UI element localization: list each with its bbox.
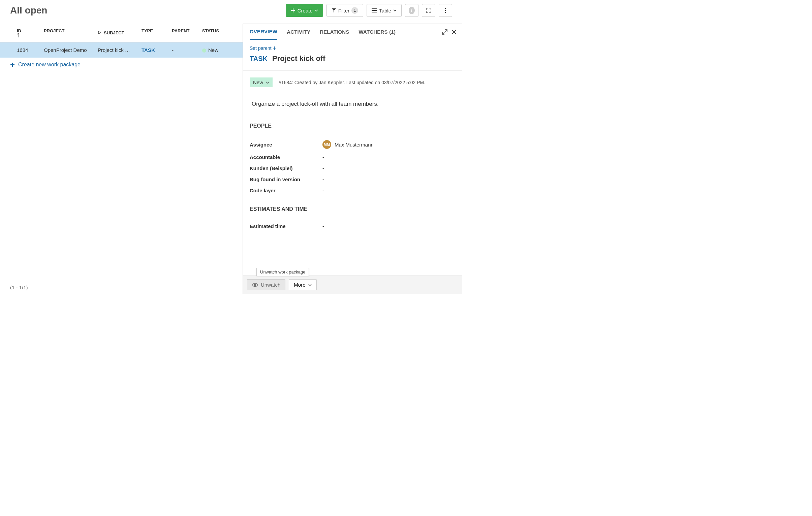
view-mode-button[interactable]: Table [367, 4, 402, 17]
pagination: (1 - 1/1) [10, 284, 28, 290]
detail-footer: Unwatch work package Unwatch More [243, 275, 462, 294]
plus-icon [10, 62, 15, 67]
create-label: Create [297, 8, 313, 13]
unwatch-button[interactable]: Unwatch [247, 279, 285, 290]
list-icon [372, 8, 377, 12]
section-people-title: PEOPLE [250, 123, 456, 132]
caret-down-icon [315, 9, 318, 11]
tab-watchers[interactable]: WATCHERS (1) [358, 24, 396, 39]
cell-type: TASK [142, 47, 172, 53]
filter-icon [331, 8, 336, 13]
caret-down-icon [393, 9, 397, 11]
work-package-table: ID PROJECT SUBJECT TYPE PARENT STATUS 16… [0, 24, 242, 294]
hierarchy-icon [98, 31, 102, 35]
svg-point-3 [254, 284, 256, 285]
tab-activity[interactable]: ACTIVITY [287, 24, 310, 39]
work-package-meta: #1684: Created by Jan Keppler. Last upda… [279, 80, 425, 85]
field-accountable-label: Accountable [250, 154, 322, 160]
field-bug-version-label: Bug found in version [250, 177, 322, 182]
set-parent-label: Set parent [250, 45, 271, 51]
more-label: More [294, 282, 305, 287]
kebab-icon [445, 8, 446, 13]
caret-down-icon [266, 82, 269, 84]
col-header-id[interactable]: ID [7, 28, 44, 37]
field-estimated-time-value: - [322, 223, 324, 229]
detail-tabs: OVERVIEW ACTIVITY RELATIONS WATCHERS (1) [243, 24, 462, 40]
field-estimated-time-label: Estimated time [250, 223, 322, 229]
tab-overview[interactable]: OVERVIEW [250, 24, 277, 40]
tab-relations[interactable]: RELATIONS [320, 24, 349, 39]
fullscreen-button[interactable] [422, 4, 435, 17]
work-package-title[interactable]: Project kick off [272, 54, 325, 63]
col-header-parent[interactable]: PARENT [172, 28, 202, 37]
svg-point-1 [445, 10, 446, 11]
unwatch-label: Unwatch [261, 282, 280, 287]
avatar: MM [322, 140, 331, 149]
info-icon: i [409, 7, 415, 14]
close-detail-icon[interactable] [452, 30, 456, 34]
eye-icon [252, 283, 258, 287]
info-button[interactable]: i [405, 4, 418, 17]
filter-label: Filter [338, 8, 349, 13]
cell-id: 1684 [7, 47, 44, 53]
work-package-type[interactable]: TASK [250, 55, 267, 63]
plus-icon [291, 8, 295, 13]
cell-subject: Project kick … [98, 47, 142, 53]
expand-detail-icon[interactable] [442, 29, 447, 35]
detail-panel: OVERVIEW ACTIVITY RELATIONS WATCHERS (1)… [242, 24, 462, 294]
table-row[interactable]: 1684 OpenProject Demo Project kick … TAS… [0, 42, 242, 58]
col-header-subject[interactable]: SUBJECT [98, 28, 142, 37]
svg-point-2 [445, 12, 446, 13]
more-menu-button[interactable] [439, 4, 452, 17]
field-assignee-value: Max Mustermann [335, 142, 374, 148]
create-button[interactable]: Create [286, 4, 323, 17]
field-kunden-label: Kunden (Beispiel) [250, 165, 322, 171]
work-package-description[interactable]: Organize a project kick-off with all tea… [252, 101, 456, 108]
status-text: New [253, 80, 263, 85]
col-header-type[interactable]: TYPE [142, 28, 172, 37]
table-header: ID PROJECT SUBJECT TYPE PARENT STATUS [0, 24, 242, 42]
status-dot-icon [202, 49, 206, 53]
field-estimated-time[interactable]: Estimated time - [250, 221, 456, 232]
expand-icon [426, 8, 431, 13]
plus-icon [273, 47, 276, 50]
set-parent-link[interactable]: Set parent [250, 45, 456, 51]
col-header-subject-label: SUBJECT [104, 30, 124, 35]
section-estimates-title: ESTIMATES AND TIME [250, 206, 456, 215]
more-button[interactable]: More [289, 279, 316, 290]
field-kunden[interactable]: Kunden (Beispiel) - [250, 163, 456, 174]
filter-button[interactable]: Filter 1 [326, 4, 363, 17]
col-header-id-label: ID [17, 28, 21, 33]
field-code-layer-label: Code layer [250, 188, 322, 193]
cell-parent: - [172, 47, 202, 53]
caret-down-icon [308, 284, 312, 286]
sort-asc-icon [17, 33, 44, 37]
unwatch-tooltip: Unwatch work package [256, 268, 309, 276]
view-mode-label: Table [379, 8, 391, 13]
col-header-status[interactable]: STATUS [202, 28, 229, 37]
field-assignee[interactable]: Assignee MM Max Mustermann [250, 138, 456, 152]
cell-status-text: New [208, 47, 218, 53]
page-title: All open [10, 5, 47, 16]
field-bug-version-value: - [322, 177, 324, 182]
filter-count-badge: 1 [351, 7, 358, 14]
create-new-label: Create new work package [18, 62, 81, 68]
col-header-project[interactable]: PROJECT [44, 28, 98, 37]
create-new-work-package[interactable]: Create new work package [0, 58, 242, 72]
field-accountable[interactable]: Accountable - [250, 152, 456, 163]
cell-status: New [202, 47, 229, 53]
field-code-layer[interactable]: Code layer - [250, 185, 456, 196]
field-kunden-value: - [322, 165, 324, 171]
field-bug-version[interactable]: Bug found in version - [250, 174, 456, 185]
toolbar: Create Filter 1 Table i [286, 4, 452, 17]
field-assignee-label: Assignee [250, 142, 322, 148]
cell-project: OpenProject Demo [44, 47, 98, 53]
status-selector[interactable]: New [250, 78, 272, 87]
field-code-layer-value: - [322, 188, 324, 193]
field-accountable-value: - [322, 154, 324, 160]
svg-point-0 [445, 8, 446, 9]
